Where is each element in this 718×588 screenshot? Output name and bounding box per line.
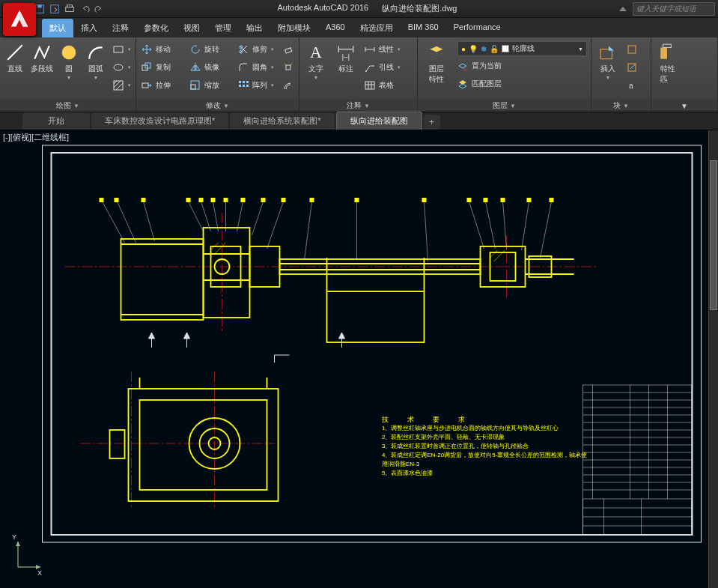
title-bar: Autodesk AutoCAD 2016 纵向进给装配图.dwg 键入关键字或… xyxy=(0,0,718,18)
svg-rect-124 xyxy=(550,198,554,202)
svg-line-11 xyxy=(114,81,117,84)
layer-props-button[interactable]: 图层 特性 xyxy=(421,39,452,85)
layer-state-dropdown[interactable]: ●💡❄🔓轮廓线▼ xyxy=(457,41,587,56)
match-layer-button[interactable]: 匹配图层 xyxy=(455,76,587,92)
table-button[interactable]: 表格 xyxy=(362,77,407,94)
tech-req-line-2: 2、装配丝杠支架外壳平面、轻敲、无卡滞现象 xyxy=(382,433,591,442)
ribbon-tab-performance[interactable]: Performance xyxy=(446,19,508,37)
arc-button[interactable]: 圆弧▼ xyxy=(84,39,108,80)
svg-rect-108 xyxy=(115,198,119,202)
svg-marker-128 xyxy=(184,333,190,339)
scale-label: 缩放 xyxy=(204,80,219,91)
stretch-button[interactable]: 拉伸 xyxy=(139,77,185,94)
panel-properties: 特性 匹 ▼ xyxy=(651,37,718,112)
edit-block-button[interactable] xyxy=(624,59,639,76)
qat-undo-icon[interactable] xyxy=(78,2,91,16)
dimension-button[interactable]: |--|标注 xyxy=(332,39,359,74)
text-label: 文字 xyxy=(308,64,323,74)
ribbon-tab-view[interactable]: 视图 xyxy=(176,19,207,37)
insert-label: 插入 xyxy=(600,64,615,74)
ribbon-tab-manage[interactable]: 管理 xyxy=(207,19,239,37)
panel-modify: 移动 复制 拉伸 旋转 镜像 缩放 修剪▾ 圆角▾ 阵列▾ 修改▼ xyxy=(136,37,299,112)
ribbon-tab-default[interactable]: 默认 xyxy=(42,19,73,37)
title-text: Autodesk AutoCAD 2016 纵向进给装配图.dwg xyxy=(115,3,619,14)
match-props-button[interactable]: 特性 匹 xyxy=(654,39,681,85)
panel-modify-title: 修改 xyxy=(206,100,221,111)
svg-rect-17 xyxy=(191,85,195,89)
svg-line-106 xyxy=(541,201,552,258)
leader-button[interactable]: 引线▾ xyxy=(362,59,407,76)
make-current-button[interactable]: 置为当前 xyxy=(455,58,587,74)
ribbon-tab-featured[interactable]: 精选应用 xyxy=(353,19,401,37)
svg-line-86 xyxy=(215,243,226,254)
tech-req-line-1: 1、调整丝杠轴承座与步进电机台面的轴线方向使其与导轨及丝杠心 xyxy=(382,424,591,433)
svg-rect-117 xyxy=(310,198,314,202)
line-button[interactable]: 直线 xyxy=(3,39,27,74)
keyword-search-input[interactable]: 键入关键字或短语 xyxy=(633,2,715,16)
mirror-button[interactable]: 镜像 xyxy=(188,59,233,76)
ribbon-tab-insert[interactable]: 插入 xyxy=(73,19,105,37)
create-block-button[interactable] xyxy=(624,41,639,58)
file-tab-start[interactable]: 开始 xyxy=(22,112,90,130)
cad-drawing xyxy=(0,130,718,588)
qat-plot-icon[interactable] xyxy=(63,2,76,16)
fillet-label: 圆角 xyxy=(252,62,267,73)
qat-redo-icon[interactable] xyxy=(93,2,106,16)
ribbon-tab-bim360[interactable]: BIM 360 xyxy=(401,19,446,37)
svg-line-29 xyxy=(285,64,286,65)
text-button[interactable]: A文字▼ xyxy=(302,39,329,80)
insert-button[interactable]: 插入▼ xyxy=(594,39,621,80)
panel-properties-title: ▼ xyxy=(681,102,688,110)
svg-point-7 xyxy=(61,45,76,60)
svg-line-91 xyxy=(144,201,155,241)
vertical-scrollbar[interactable] xyxy=(708,130,718,588)
array-button[interactable]: 阵列▾ xyxy=(236,77,278,94)
copy-button[interactable]: 复制 xyxy=(139,59,185,76)
svg-rect-122 xyxy=(501,198,505,202)
explode-button[interactable] xyxy=(281,59,296,76)
move-button[interactable]: 移动 xyxy=(139,41,185,58)
ellipse-button[interactable]: ▾ xyxy=(111,59,133,76)
linear-button[interactable]: 线性▾ xyxy=(362,41,407,58)
rotate-button[interactable]: 旋转 xyxy=(188,41,233,58)
ribbon-tab-annotate[interactable]: 注释 xyxy=(105,19,136,37)
linear-label: 线性 xyxy=(379,44,394,55)
scale-button[interactable]: 缩放 xyxy=(188,77,233,94)
panel-annotate: A文字▼ |--|标注 线性▾ 引线▾ 表格 注释▼ xyxy=(299,37,418,112)
svg-rect-118 xyxy=(355,198,359,202)
svg-line-96 xyxy=(237,201,243,231)
trim-button[interactable]: 修剪▾ xyxy=(236,41,278,58)
file-tab-3[interactable]: 纵向进给装配图 xyxy=(336,112,422,130)
svg-line-101 xyxy=(425,201,428,261)
fillet-button[interactable]: 圆角▾ xyxy=(236,59,278,76)
svg-rect-4 xyxy=(66,7,74,11)
edit-attr-button[interactable]: a xyxy=(624,77,639,94)
offset-button[interactable] xyxy=(281,77,296,94)
ribbon-tab-a360[interactable]: A360 xyxy=(318,19,353,37)
erase-button[interactable] xyxy=(281,41,296,58)
match-props-label: 特性 匹 xyxy=(660,64,675,85)
svg-rect-47 xyxy=(660,48,667,59)
drawing-canvas[interactable]: [-][俯视][二维线框] xyxy=(0,130,718,588)
application-menu-button[interactable] xyxy=(3,3,36,36)
hatch-button[interactable]: ▾ xyxy=(111,77,133,94)
ribbon-tab-addins[interactable]: 附加模块 xyxy=(270,19,318,37)
svg-line-6 xyxy=(7,45,22,60)
rect-button[interactable]: ▾ xyxy=(111,41,133,58)
file-tab-1[interactable]: 车床数控改造设计电路原理图 xyxy=(91,112,228,130)
file-tab-add-button[interactable]: + xyxy=(424,115,440,130)
ucs-indicator: X Y xyxy=(13,534,43,575)
polyline-button[interactable]: 多段线 xyxy=(30,39,54,74)
viewport-label[interactable]: [-][俯视][二维线框] xyxy=(3,132,69,143)
ribbon-tab-output[interactable]: 输出 xyxy=(239,19,270,37)
scrollbar-thumb[interactable] xyxy=(710,160,717,310)
qat-saveas-icon[interactable] xyxy=(48,2,61,16)
ribbon-tab-parametric[interactable]: 参数化 xyxy=(136,19,176,37)
circle-button[interactable]: 圆▼ xyxy=(57,39,81,80)
svg-rect-57 xyxy=(121,239,204,320)
copy-label: 复制 xyxy=(156,62,171,73)
file-tab-2[interactable]: 横向进给系统装配图 xyxy=(230,112,334,130)
svg-rect-8 xyxy=(114,46,123,52)
svg-line-90 xyxy=(118,201,136,243)
panel-layer: 图层 特性 ●💡❄🔓轮廓线▼ 置为当前 匹配图层 图层▼ xyxy=(418,37,591,112)
